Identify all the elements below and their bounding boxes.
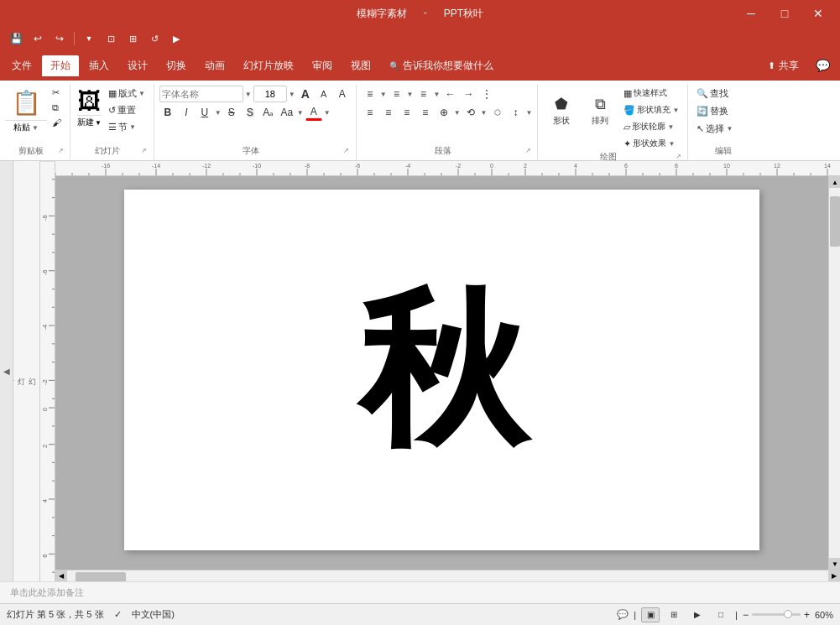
slides-expand-icon[interactable]: ↗ bbox=[140, 147, 149, 155]
status-sep: | bbox=[634, 610, 636, 620]
bullet-list-button[interactable]: ≡ bbox=[362, 86, 378, 102]
align-center-button[interactable]: ≡ bbox=[380, 104, 397, 121]
menu-file[interactable]: 文件 bbox=[3, 55, 40, 76]
hscroll-thumb[interactable] bbox=[76, 572, 126, 582]
clipboard-expand-icon[interactable]: ↗ bbox=[56, 147, 65, 155]
comment-button[interactable]: 💬 bbox=[809, 55, 837, 76]
cut-button[interactable]: ✂ ✂ bbox=[49, 86, 65, 100]
qt-extra1[interactable]: ⊡ bbox=[102, 29, 120, 48]
menu-animations[interactable]: 动画 bbox=[196, 55, 233, 76]
view-reading-button[interactable]: ▶ bbox=[688, 607, 707, 622]
menu-home[interactable]: 开始 bbox=[42, 55, 79, 76]
paste-button[interactable]: 📋 粘贴 ▼ bbox=[5, 86, 47, 134]
align-right-button[interactable]: ≡ bbox=[399, 104, 415, 121]
font-size-input[interactable] bbox=[253, 86, 287, 102]
zoom-minus-icon[interactable]: − bbox=[743, 609, 749, 621]
reset-button[interactable]: ↺ 重置 bbox=[105, 102, 149, 118]
shadow-button[interactable]: S bbox=[242, 104, 258, 121]
ribbon: 📋 粘贴 ▼ ✂ ✂ ⧉ 🖌 剪贴板 bbox=[0, 81, 840, 161]
dec-indent-button[interactable]: ← bbox=[441, 86, 458, 102]
zoom-slider[interactable]: − + bbox=[743, 609, 810, 621]
font-color-button[interactable]: A bbox=[305, 104, 322, 121]
comments-icon[interactable]: 💬 bbox=[617, 609, 629, 620]
ribbon-group-slides: 🖼 新建 ▼ ▦ 版式 ▼ ↺ 重置 ☰ bbox=[74, 84, 154, 160]
vscroll-down-button[interactable]: ▼ bbox=[829, 558, 840, 570]
shape-effect-button[interactable]: ✦ 形状效果 ▼ bbox=[620, 136, 682, 151]
sidebar-toggle-button[interactable]: ◀ bbox=[0, 161, 13, 581]
char-spacing-button[interactable]: Aₐ bbox=[260, 104, 277, 121]
shapes-button[interactable]: ⬟ 形状 bbox=[543, 86, 580, 136]
justify-button[interactable]: ≡ bbox=[417, 104, 434, 121]
italic-button[interactable]: I bbox=[178, 104, 195, 121]
multi-level-button[interactable]: ≡ bbox=[415, 86, 432, 102]
select-button[interactable]: ↖ 选择 ▼ bbox=[693, 121, 736, 137]
column-button[interactable]: ⋮ bbox=[478, 86, 495, 102]
format-paint-button[interactable]: 🖌 bbox=[49, 116, 65, 129]
slide-canvas[interactable]: 秋 bbox=[124, 190, 759, 550]
arrange-button[interactable]: ⧉ 排列 bbox=[582, 86, 618, 136]
minimize-button[interactable]: ─ bbox=[736, 2, 766, 25]
menu-slideshow[interactable]: 幻灯片放映 bbox=[235, 55, 302, 76]
zoom-plus-icon[interactable]: + bbox=[804, 609, 810, 621]
find-button[interactable]: 🔍 查找 bbox=[693, 86, 736, 102]
zoom-thumb[interactable] bbox=[784, 610, 792, 618]
font-name-input[interactable] bbox=[159, 86, 243, 102]
font-expand-icon[interactable]: ↗ bbox=[342, 147, 351, 155]
para-toolbar: ≡ ▼ ≡ ▼ ≡ ▼ ← → ⋮ ≡ ≡ ≡ ≡ ⊕ ▼ ⟲ bbox=[362, 86, 533, 121]
zoom-track[interactable] bbox=[752, 613, 801, 616]
view-normal-button[interactable]: ▣ bbox=[641, 607, 660, 622]
close-button[interactable]: ✕ bbox=[803, 2, 833, 25]
maximize-button[interactable]: □ bbox=[770, 2, 800, 25]
hscroll-left-button[interactable]: ◀ bbox=[55, 570, 67, 582]
shrink-font-button[interactable]: A bbox=[316, 86, 332, 102]
align-v-button[interactable]: ⊕ bbox=[436, 104, 452, 121]
save-button[interactable]: 💾 bbox=[7, 29, 25, 48]
menu-insert[interactable]: 插入 bbox=[81, 55, 117, 76]
replace-button[interactable]: 🔄 替换 bbox=[693, 103, 736, 119]
menu-review[interactable]: 审阅 bbox=[304, 55, 341, 76]
menu-design[interactable]: 设计 bbox=[119, 55, 156, 76]
size-dd-arrow[interactable]: ▼ bbox=[289, 91, 295, 98]
shape-fill-button[interactable]: 🪣 形状填充 ▼ bbox=[620, 102, 682, 117]
share-button[interactable]: ⬆ 共享 bbox=[761, 55, 806, 76]
align-left-button[interactable]: ≡ bbox=[362, 104, 378, 121]
vscroll-track[interactable] bbox=[829, 188, 840, 558]
underline-button[interactable]: U bbox=[196, 104, 213, 121]
bold-button[interactable]: B bbox=[159, 104, 176, 121]
layout-button[interactable]: ▦ 版式 ▼ bbox=[105, 86, 149, 102]
qt-extra2[interactable]: ⊞ bbox=[123, 29, 142, 48]
menu-help[interactable]: 🔍 告诉我你想要做什么 bbox=[381, 55, 502, 76]
menu-view[interactable]: 视图 bbox=[342, 55, 379, 76]
hscroll-track[interactable] bbox=[67, 571, 828, 581]
drawing-expand-icon[interactable]: ↗ bbox=[674, 153, 682, 161]
qt-extra3[interactable]: ↺ bbox=[145, 29, 164, 48]
undo-button[interactable]: ↩ bbox=[29, 29, 47, 48]
smartart-button[interactable]: ⬡ bbox=[489, 104, 506, 121]
font-dd-arrow[interactable]: ▼ bbox=[245, 91, 252, 98]
clear-format-button[interactable]: A bbox=[334, 86, 351, 102]
redo-button[interactable]: ↪ bbox=[50, 29, 69, 48]
notes-bar[interactable]: 单击此处添加备注 bbox=[0, 581, 840, 603]
case-button[interactable]: Aa bbox=[279, 104, 295, 121]
num-list-button[interactable]: ≡ bbox=[389, 86, 405, 102]
shape-outline-button[interactable]: ▱ 形状轮廓 ▼ bbox=[620, 119, 682, 134]
quick-style-button[interactable]: ▦ 快速样式 bbox=[620, 86, 682, 101]
view-presenter-button[interactable]: □ bbox=[712, 607, 730, 622]
grow-font-button[interactable]: A bbox=[297, 86, 314, 102]
section-button[interactable]: ☰ 节 ▼ bbox=[105, 119, 149, 135]
qt-extra4[interactable]: ▶ bbox=[167, 29, 185, 48]
direction-button[interactable]: ⟲ bbox=[462, 104, 479, 121]
zoom-level[interactable]: 60% bbox=[815, 610, 833, 620]
vscroll-up-button[interactable]: ▲ bbox=[829, 176, 840, 188]
para-expand-icon[interactable]: ↗ bbox=[524, 147, 532, 155]
menu-transitions[interactable]: 切换 bbox=[158, 55, 195, 76]
inc-indent-button[interactable]: → bbox=[460, 86, 477, 102]
hscroll-right-button[interactable]: ▶ bbox=[828, 570, 840, 582]
strikethrough-button[interactable]: S bbox=[223, 104, 240, 121]
customize-qt-button[interactable]: ▼ bbox=[80, 29, 98, 48]
linespace-button[interactable]: ↕ bbox=[508, 104, 524, 121]
new-slide-button[interactable]: 🖼 新建 ▼ bbox=[76, 86, 103, 130]
vscroll-thumb[interactable] bbox=[830, 196, 840, 247]
copy-button[interactable]: ⧉ bbox=[49, 101, 65, 115]
view-sorter-button[interactable]: ⊞ bbox=[665, 607, 683, 622]
